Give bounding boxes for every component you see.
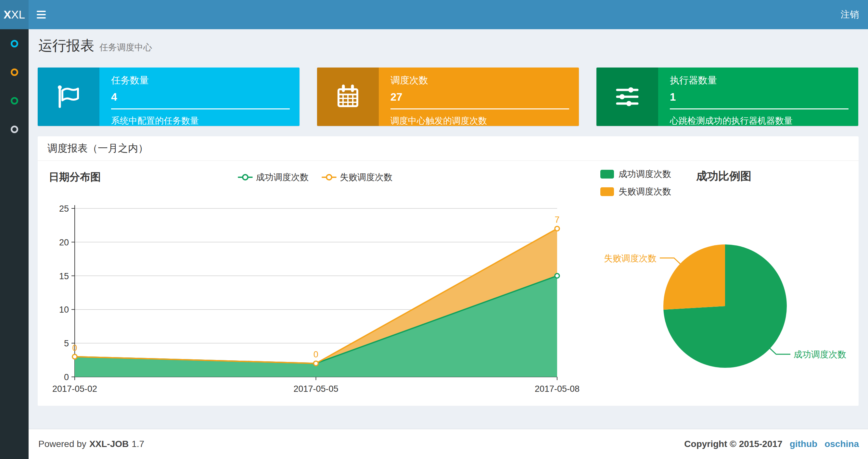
info-box-value: 4 xyxy=(111,91,290,103)
line-series-marker-icon xyxy=(321,174,337,181)
flag-icon xyxy=(38,67,99,126)
info-box-value: 1 xyxy=(670,91,848,103)
svg-text:2017-05-05: 2017-05-05 xyxy=(293,384,338,394)
svg-text:0: 0 xyxy=(313,350,318,359)
sidebar-item-4[interactable] xyxy=(0,115,29,143)
footer-right: Copyright © 2015-2017 github oschina xyxy=(684,439,859,449)
legend-label: 失败调度次数 xyxy=(619,186,671,197)
logout-link[interactable]: 注销 xyxy=(832,0,868,29)
svg-text:5: 5 xyxy=(64,338,69,348)
info-box-jobs: 任务数量 4 系统中配置的任务数量 xyxy=(38,67,300,126)
sidebar xyxy=(0,29,29,459)
date-distribution-chart: 05101520252017-05-022017-05-052017-05-08… xyxy=(49,195,582,409)
page-subtitle: 任务调度中心 xyxy=(99,41,152,53)
pie-series-swatch-icon xyxy=(600,187,614,196)
product-name: XXL-JOB xyxy=(89,439,129,449)
info-box-value: 27 xyxy=(391,91,569,103)
sidebar-item-1[interactable] xyxy=(0,29,29,58)
calendar-icon xyxy=(317,67,379,126)
product-version: 1.7 xyxy=(131,439,144,449)
hamburger-icon xyxy=(37,17,46,19)
circle-o-icon xyxy=(11,40,18,47)
top-navbar: XXL 注销 xyxy=(0,0,868,29)
svg-text:7: 7 xyxy=(555,215,559,225)
svg-text:10: 10 xyxy=(59,305,69,315)
legend-item-fail[interactable]: 失败调度次数 xyxy=(600,186,671,197)
circle-o-icon xyxy=(11,68,18,76)
pie-chart-legend: 成功调度次数 失败调度次数 xyxy=(600,168,671,203)
footer: Powered by XXL-JOB 1.7 Copyright © 2015-… xyxy=(29,429,868,459)
legend-label: 成功调度次数 xyxy=(619,168,671,180)
panel-body: 日期分布图 成功调度次数 失败调度次数 05101520252017-05-02… xyxy=(38,161,859,406)
legend-label: 成功调度次数 xyxy=(256,171,309,183)
info-box-content: 执行器数量 1 心跳检测成功的执行器机器数量 xyxy=(658,67,858,126)
pie-chart-title: 成功比例图 xyxy=(672,169,776,184)
powered-prefix: Powered by xyxy=(38,439,86,449)
legend-item-success[interactable]: 成功调度次数 xyxy=(238,171,309,183)
oschina-link[interactable]: oschina xyxy=(825,439,859,449)
info-box-label: 执行器数量 xyxy=(670,74,848,87)
app-logo-rest: XL xyxy=(11,8,25,21)
svg-text:0: 0 xyxy=(64,372,69,382)
app-logo-bold: X xyxy=(4,8,11,21)
github-link[interactable]: github xyxy=(790,439,818,449)
panel-title: 调度报表（一月之内） xyxy=(38,136,859,161)
divider xyxy=(670,108,848,109)
line-chart-legend: 成功调度次数 失败调度次数 xyxy=(49,171,582,183)
circle-o-icon xyxy=(11,126,18,133)
legend-label: 失败调度次数 xyxy=(340,171,393,183)
legend-item-success[interactable]: 成功调度次数 xyxy=(600,168,671,180)
sidebar-toggle-button[interactable] xyxy=(29,0,54,29)
xxl-job-dashboard: XXL 注销 运行报表 任务调度中心 任务数量 4 xyxy=(0,0,868,459)
report-panel: 调度报表（一月之内） 日期分布图 成功调度次数 失败调度次数 051015202… xyxy=(38,136,859,406)
info-box-label: 调度次数 xyxy=(391,74,569,87)
svg-text:2017-05-02: 2017-05-02 xyxy=(52,384,97,394)
legend-item-fail[interactable]: 失败调度次数 xyxy=(321,171,393,183)
pie-series-swatch-icon xyxy=(600,170,614,178)
divider xyxy=(111,108,290,109)
circle-o-icon xyxy=(11,97,18,104)
copyright: Copyright © 2015-2017 xyxy=(684,439,782,449)
info-box-description: 调度中心触发的调度次数 xyxy=(391,115,569,127)
hamburger-icon xyxy=(37,11,46,12)
svg-text:0: 0 xyxy=(72,343,77,353)
hamburger-icon xyxy=(37,14,46,15)
divider xyxy=(391,108,569,109)
info-box-description: 心跳检测成功的执行器机器数量 xyxy=(670,115,848,127)
svg-text:成功调度次数: 成功调度次数 xyxy=(794,350,846,359)
sidebar-item-3[interactable] xyxy=(0,86,29,115)
info-box-description: 系统中配置的任务数量 xyxy=(111,115,290,127)
svg-text:25: 25 xyxy=(59,204,69,214)
sliders-icon xyxy=(596,67,658,126)
success-ratio-pie-chart: 成功调度次数失败调度次数 xyxy=(598,214,855,396)
info-box-executors: 执行器数量 1 心跳检测成功的执行器机器数量 xyxy=(596,67,858,126)
info-box-content: 任务数量 4 系统中配置的任务数量 xyxy=(99,67,300,126)
info-box-label: 任务数量 xyxy=(111,74,290,87)
page-header: 运行报表 任务调度中心 xyxy=(38,36,152,55)
svg-text:15: 15 xyxy=(59,271,69,281)
sidebar-item-2[interactable] xyxy=(0,58,29,86)
svg-text:失败调度次数: 失败调度次数 xyxy=(604,254,656,263)
powered-by: Powered by XXL-JOB 1.7 xyxy=(38,439,144,449)
svg-text:20: 20 xyxy=(59,238,69,248)
svg-text:2017-05-08: 2017-05-08 xyxy=(535,384,580,394)
info-box-content: 调度次数 27 调度中心触发的调度次数 xyxy=(379,67,579,126)
page-title: 运行报表 xyxy=(38,36,94,55)
info-box-triggers: 调度次数 27 调度中心触发的调度次数 xyxy=(317,67,579,126)
app-logo[interactable]: XXL xyxy=(0,0,29,29)
line-series-marker-icon xyxy=(238,174,253,181)
